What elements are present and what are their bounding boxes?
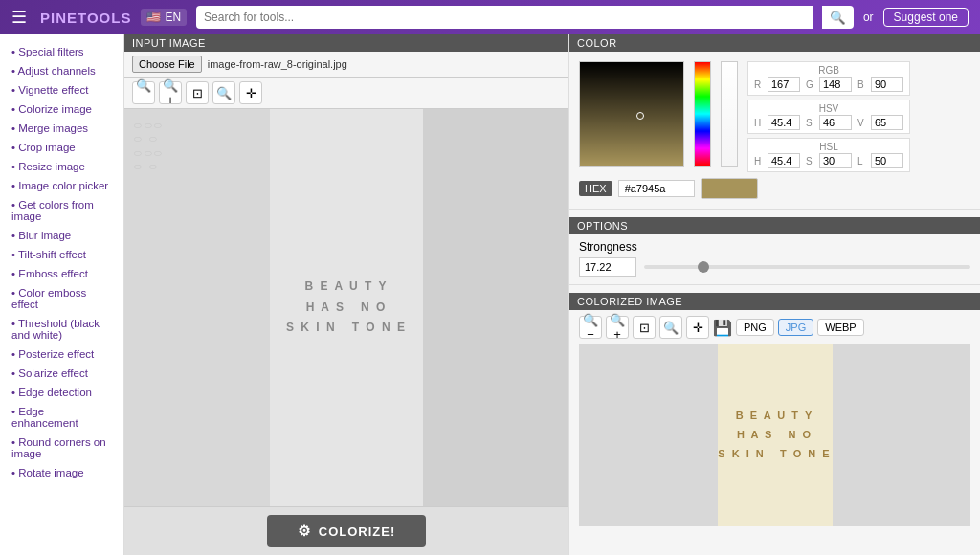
search-button[interactable]: 🔍	[822, 6, 854, 29]
sidebar-item[interactable]: Threshold (black and white)	[0, 314, 123, 344]
colorized-preview-right	[833, 344, 971, 526]
gear-icon: ⚙	[298, 522, 311, 540]
v-input[interactable]	[871, 115, 903, 130]
hue-slider[interactable]	[694, 61, 711, 166]
colorize-bar: ⚙ COLORIZE!	[124, 506, 568, 555]
strongness-input[interactable]	[579, 257, 636, 277]
scrabble-tiles: B E A U T Y H A S N O S K I N T O N E	[286, 277, 407, 339]
language-selector[interactable]: 🇺🇸 EN	[141, 9, 187, 26]
colorized-section-label: COLORIZED IMAGE	[569, 293, 980, 310]
center-panel: INPUT IMAGE Choose File image-from-raw_8…	[124, 34, 568, 555]
sidebar-item[interactable]: Edge detection	[0, 383, 123, 402]
sidebar-item[interactable]: Adjust channels	[0, 61, 123, 80]
main-layout: Special filtersAdjust channelsVignette e…	[0, 34, 980, 555]
sidebar-item[interactable]: Color emboss effect	[0, 283, 123, 314]
colorized-controls: 🔍− 🔍+ ⊡ 🔍 ✛ 💾 PNG JPG WEBP	[579, 316, 970, 339]
colorized-preview: B E A U T Y H A S N O S K I N T O N E	[579, 344, 970, 526]
hsv-values-row: H S V	[754, 115, 903, 130]
zoom-out-button[interactable]: 🔍−	[132, 81, 155, 104]
hex-input[interactable]	[618, 180, 695, 197]
suggest-button[interactable]: Suggest one	[883, 8, 969, 27]
sidebar-item[interactable]: Merge images	[0, 119, 123, 138]
image-placeholder: ⬭ ⬭ ⬭⬭ ⬭⬭ ⬭ ⬭⬭ ⬭ B E A U T Y H A S N O S…	[124, 109, 568, 506]
h-input-hsl[interactable]	[768, 153, 800, 168]
zoom-plus-button[interactable]: ✛	[239, 81, 262, 104]
hex-color-preview	[701, 178, 758, 199]
colorize-button[interactable]: ⚙ COLORIZE!	[267, 515, 427, 547]
input-image-section-label: INPUT IMAGE	[124, 34, 568, 52]
sidebar-item[interactable]: Emboss effect	[0, 264, 123, 283]
g-input[interactable]	[819, 77, 852, 92]
choose-file-button[interactable]: Choose File	[132, 56, 202, 73]
sidebar-item[interactable]: Tilt-shift effect	[0, 245, 123, 264]
logo-tools: TOOLS	[78, 10, 131, 26]
rgb-section: RGB R G B	[747, 61, 910, 96]
colorized-zoom-fit[interactable]: ⊡	[633, 316, 656, 339]
v-label: V	[858, 118, 865, 128]
file-row: Choose File image-from-raw_8-original.jp…	[124, 52, 568, 78]
h-input-hsv[interactable]	[768, 115, 800, 130]
sidebar-item[interactable]: Crop image	[0, 138, 123, 157]
b-input[interactable]	[871, 77, 903, 92]
sidebar-item[interactable]: Round corners on image	[0, 433, 123, 463]
hsl-section: HSL H S L	[747, 138, 910, 172]
zoom-fit-button[interactable]: ⊡	[186, 81, 209, 104]
sidebar-item[interactable]: Special filters	[0, 42, 123, 61]
sidebar-item[interactable]: Edge enhancement	[0, 402, 123, 433]
alpha-slider[interactable]	[721, 61, 738, 166]
s-input-hsv[interactable]	[819, 115, 852, 130]
rgb-values-row: R G B	[754, 77, 903, 92]
colorized-zoom-plus[interactable]: ✛	[686, 316, 709, 339]
r-label: R	[754, 79, 762, 90]
format-jpg-button[interactable]: JPG	[778, 319, 813, 336]
sidebar-item[interactable]: Resize image	[0, 157, 123, 176]
zoom-controls: 🔍− 🔍+ ⊡ 🔍 ✛	[124, 78, 568, 109]
sidebar-item[interactable]: Rotate image	[0, 463, 123, 482]
sidebar-list: Special filtersAdjust channelsVignette e…	[0, 42, 123, 482]
save-icon[interactable]: 💾	[713, 319, 732, 337]
rgb-title: RGB	[754, 65, 903, 76]
sidebar-item[interactable]: Solarize effect	[0, 364, 123, 383]
colorized-preview-left	[579, 344, 718, 526]
image-right-section	[423, 109, 568, 506]
sidebar: Special filtersAdjust channelsVignette e…	[0, 34, 124, 555]
options-section-label: OPTIONS	[569, 217, 980, 234]
strongness-label: Strongness	[579, 240, 970, 254]
image-center-section: B E A U T Y H A S N O S K I N T O N E	[270, 109, 423, 506]
lang-label: EN	[165, 11, 181, 24]
image-left-section: ⬭ ⬭ ⬭⬭ ⬭⬭ ⬭ ⬭⬭ ⬭	[124, 109, 270, 506]
colorized-section: COLORIZED IMAGE 🔍− 🔍+ ⊡ 🔍 ✛ 💾 PNG JPG WE…	[569, 284, 980, 534]
colorized-zoom-in[interactable]: 🔍+	[606, 316, 629, 339]
hex-row: HEX	[579, 178, 970, 199]
sidebar-item[interactable]: Blur image	[0, 226, 123, 245]
color-gradient-picker[interactable]	[579, 61, 684, 166]
l-input[interactable]	[871, 153, 903, 168]
sidebar-item[interactable]: Colorize image	[0, 100, 123, 119]
zoom-in-button[interactable]: 🔍+	[159, 81, 182, 104]
hamburger-menu-icon[interactable]: ☰	[11, 7, 27, 28]
color-picker-area: RGB R G B HSV H	[579, 61, 970, 172]
file-name-label: image-from-raw_8-original.jpg	[208, 58, 347, 70]
l-label: L	[858, 156, 865, 166]
header: ☰ PINETOOLS 🇺🇸 EN 🔍 or Suggest one	[0, 0, 980, 34]
search-input[interactable]	[196, 6, 813, 29]
sidebar-item[interactable]: Image color picker	[0, 176, 123, 195]
sidebar-item[interactable]: Vignette effect	[0, 80, 123, 100]
strongness-row	[579, 257, 970, 277]
format-png-button[interactable]: PNG	[736, 319, 774, 336]
logo: PINETOOLS	[40, 10, 131, 26]
s-label-hsv: S	[806, 118, 813, 128]
format-webp-button[interactable]: WEBP	[817, 319, 863, 336]
sidebar-item[interactable]: Posterize effect	[0, 344, 123, 364]
options-section: OPTIONS Strongness	[569, 209, 980, 284]
colorized-zoom-100[interactable]: 🔍	[659, 316, 682, 339]
s-input-hsl[interactable]	[819, 153, 852, 168]
b-label: B	[858, 79, 865, 90]
r-input[interactable]	[768, 77, 800, 92]
zoom-100-button[interactable]: 🔍	[212, 81, 235, 104]
strongness-slider[interactable]	[644, 265, 970, 269]
hsv-section: HSV H S V	[747, 100, 910, 134]
colorized-zoom-out[interactable]: 🔍−	[579, 316, 602, 339]
color-dot	[636, 112, 644, 120]
sidebar-item[interactable]: Get colors from image	[0, 195, 123, 226]
